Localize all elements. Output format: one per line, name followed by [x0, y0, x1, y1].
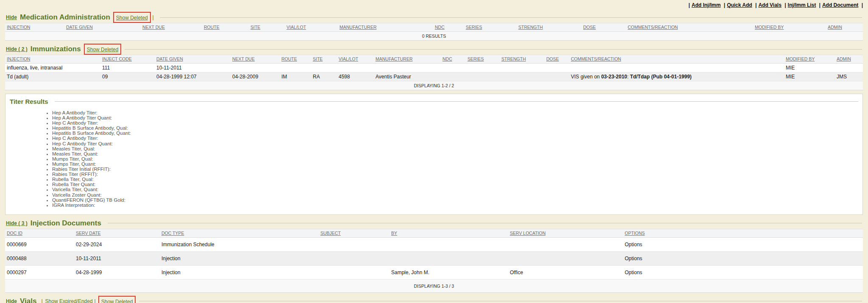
- show-deleted-vials-link[interactable]: Show Deleted: [101, 299, 133, 303]
- route-cell: [280, 64, 311, 72]
- list-item: Varicella Titer, Quant:: [52, 187, 862, 192]
- sort-next-due[interactable]: NEXT DUE: [231, 55, 280, 64]
- sort-route[interactable]: ROUTE: [202, 23, 249, 32]
- show-deleted-immunizations-link[interactable]: Show Deleted: [87, 47, 119, 53]
- injection-cell: influenza, live, intranasal: [5, 64, 100, 72]
- list-item: Measles Titer, Quant:: [52, 151, 862, 156]
- list-item: Rubella Titer Quant:: [52, 182, 862, 187]
- add-document-link[interactable]: Add Document: [822, 2, 858, 8]
- injection-documents-title: Injection Documents: [31, 219, 101, 228]
- by-cell: Sample, John M.: [389, 265, 508, 279]
- medication-administration-header: Hide Medication Administration Show Dele…: [0, 13, 868, 22]
- strength-cell: [500, 72, 545, 81]
- sort-dose[interactable]: DOSE: [581, 23, 626, 32]
- inj-imm-list-link[interactable]: Inj/Imm List: [788, 2, 816, 8]
- list-item: Hepatitis B Surface Antibody, Quant:: [52, 131, 862, 136]
- sort-vial-lot[interactable]: VIAL/LOT: [337, 55, 374, 64]
- sort-modified-by[interactable]: MODIFIED BY: [784, 55, 835, 64]
- modified-by-cell: MIE: [784, 72, 835, 81]
- separator: |: [862, 2, 863, 8]
- list-item: Hep C Antibody Titer:: [52, 136, 862, 141]
- sort-admin[interactable]: ADMIN: [835, 55, 863, 64]
- list-item: Varicella Zoster Quant:: [52, 192, 862, 197]
- sort-ndc[interactable]: NDC: [433, 23, 464, 32]
- show-deleted-medication-link[interactable]: Show Deleted: [116, 15, 148, 21]
- add-vials-link[interactable]: Add Vials: [758, 2, 781, 8]
- sort-injection[interactable]: INJECTION: [5, 23, 64, 32]
- header-rule: [139, 301, 862, 301]
- hide-medication-administration-link[interactable]: Hide: [6, 14, 17, 20]
- sort-dose[interactable]: DOSE: [545, 55, 569, 64]
- sort-serv-date[interactable]: SERV DATE: [74, 229, 160, 237]
- paging-row: DISPLAYING 1-3 / 3: [5, 279, 863, 292]
- site-cell: RA: [311, 72, 337, 81]
- sort-site[interactable]: SITE: [311, 55, 337, 64]
- injection-documents-header: Hide ( 3 ) Injection Documents: [0, 219, 868, 228]
- paging-status: DISPLAYING 1-3 / 3: [5, 279, 863, 292]
- quick-add-link[interactable]: Quick Add: [727, 2, 752, 8]
- table-row[interactable]: Td (adult) 09 04-28-1999 12:07 04-28-200…: [5, 72, 863, 81]
- sort-manufacturer[interactable]: MANUFACTURER: [374, 55, 441, 64]
- table-row[interactable]: influenza, live, intranasal 111 10-11-20…: [5, 64, 863, 72]
- list-item: Mumps Titer, Qual:: [52, 156, 862, 161]
- sort-serv-location[interactable]: SERV LOCATION: [508, 229, 623, 237]
- sort-modified-by[interactable]: MODIFIED BY: [753, 23, 826, 32]
- list-item: Hepatitis B Surface Antibody, Qual:: [52, 125, 862, 131]
- sort-subject[interactable]: SUBJECT: [319, 229, 389, 237]
- sort-vial-lot[interactable]: VIAL/LOT: [285, 23, 338, 32]
- sort-doc-type[interactable]: DOC TYPE: [160, 229, 319, 237]
- serv-location-cell: [508, 237, 623, 251]
- separator: |: [755, 2, 757, 8]
- sort-strength[interactable]: STRENGTH: [517, 23, 581, 32]
- show-expired-ended-link[interactable]: Show Expired/Ended: [45, 298, 93, 303]
- options-menu-link[interactable]: Options: [623, 265, 863, 279]
- list-item: Hep C Antibody Titer:: [52, 120, 862, 125]
- sort-comments-reaction[interactable]: COMMENTS/REACTION: [569, 55, 784, 64]
- hide-injection-documents-link[interactable]: Hide ( 3 ): [6, 220, 28, 226]
- subject-cell: [319, 251, 389, 265]
- next-due-cell: 04-28-2009: [231, 72, 280, 81]
- hide-vials-link[interactable]: Hide: [6, 298, 17, 303]
- sort-inject-code[interactable]: INJECT CODE: [100, 55, 155, 64]
- comments-vis-date: 03-23-2010: [601, 74, 627, 80]
- vial-lot-cell: 4598: [337, 72, 374, 81]
- options-menu-link[interactable]: Options: [623, 237, 863, 251]
- sort-date-given[interactable]: DATE GIVEN: [155, 55, 231, 64]
- options-menu-link[interactable]: Options: [623, 251, 863, 265]
- table-row[interactable]: 0000297 04-28-1999 Injection Sample, Joh…: [5, 265, 863, 279]
- ndc-cell: [441, 64, 466, 72]
- results-count: 0 RESULTS: [5, 32, 863, 41]
- immunizations-table: INJECTION INJECT CODE DATE GIVEN NEXT DU…: [5, 55, 863, 90]
- table-row[interactable]: 0000669 02-29-2024 Immunization Schedule…: [5, 237, 863, 251]
- sort-injection[interactable]: INJECTION: [5, 55, 100, 64]
- sort-series[interactable]: SERIES: [464, 23, 517, 32]
- table-row[interactable]: 0000488 10-11-2011 Injection Options: [5, 251, 863, 265]
- sort-options[interactable]: OPTIONS: [623, 229, 863, 237]
- hide-immunizations-link[interactable]: Hide ( 2 ): [6, 46, 28, 52]
- sort-by[interactable]: BY: [389, 229, 508, 237]
- show-deleted-highlight-box: Show Deleted: [84, 44, 122, 55]
- paging-status: DISPLAYING 1-2 / 2: [5, 81, 863, 90]
- list-item: Hep C Antibody Titer Quant:: [52, 141, 862, 146]
- subject-cell: [319, 237, 389, 251]
- sort-comments-reaction[interactable]: COMMENTS/REACTION: [626, 23, 753, 32]
- sort-site[interactable]: SITE: [249, 23, 285, 32]
- doc-type-cell: Immunization Schedule: [160, 237, 319, 251]
- sort-series[interactable]: SERIES: [466, 55, 500, 64]
- separator: |: [819, 2, 821, 8]
- show-deleted-highlight-box: Show Deleted: [98, 296, 136, 303]
- sort-date-given[interactable]: DATE GIVEN: [64, 23, 141, 32]
- sort-admin[interactable]: ADMIN: [826, 23, 863, 32]
- sort-route[interactable]: ROUTE: [280, 55, 311, 64]
- add-inj-imm-link[interactable]: Add Inj/Imm: [692, 2, 721, 8]
- by-cell: [389, 237, 508, 251]
- header-rule: [160, 17, 862, 18]
- series-cell: [466, 72, 500, 81]
- titer-results-panel: Titer Results Hep A Antibody Titer: Hep …: [5, 94, 863, 215]
- sort-doc-id[interactable]: DOC ID: [5, 229, 74, 237]
- sort-ndc[interactable]: NDC: [441, 55, 466, 64]
- sort-manufacturer[interactable]: MANUFACTURER: [338, 23, 433, 32]
- sort-strength[interactable]: STRENGTH: [500, 55, 545, 64]
- sort-next-due[interactable]: NEXT DUE: [141, 23, 202, 32]
- doc-type-cell: Injection: [160, 251, 319, 265]
